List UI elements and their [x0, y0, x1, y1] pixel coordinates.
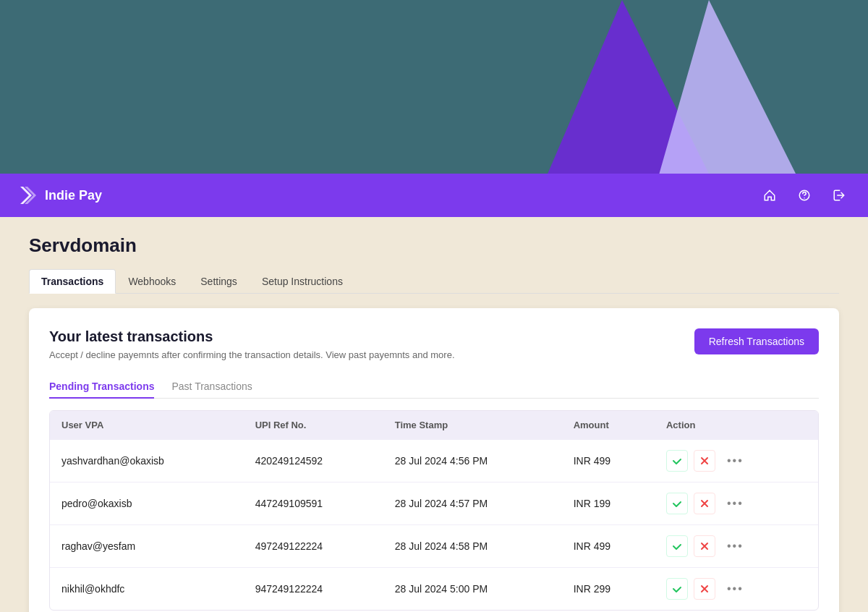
- more-options-button[interactable]: •••: [721, 537, 749, 556]
- card-header-text: Your latest transactions Accept / declin…: [49, 328, 455, 360]
- accept-button[interactable]: [666, 450, 688, 472]
- page-title: Servdomain: [29, 234, 839, 257]
- cell-amount: INR 499: [562, 440, 655, 483]
- cell-user-vpa: nikhil@okhdfc: [50, 568, 244, 611]
- card-title: Your latest transactions: [49, 328, 455, 345]
- tab-webhooks[interactable]: Webhooks: [116, 269, 188, 294]
- table-header: User VPA UPI Ref No. Time Stamp Amount A…: [50, 411, 818, 440]
- check-icon: [672, 584, 682, 594]
- cell-timestamp: 28 Jul 2024 4:57 PM: [383, 483, 562, 525]
- cell-upi-ref: 947249122224: [244, 568, 383, 611]
- inner-tabs: Pending Transactions Past Transactions: [49, 375, 819, 399]
- cell-amount: INR 299: [562, 568, 655, 611]
- col-upi-ref: UPI Ref No.: [244, 411, 383, 440]
- more-options-button[interactable]: •••: [721, 494, 749, 513]
- x-icon: [700, 499, 709, 508]
- cell-user-vpa: pedro@okaxisb: [50, 483, 244, 525]
- check-icon: [672, 456, 682, 466]
- col-timestamp: Time Stamp: [383, 411, 562, 440]
- check-icon: [672, 541, 682, 551]
- cell-timestamp: 28 Jul 2024 5:00 PM: [383, 568, 562, 611]
- table-row: raghav@yesfam 497249122224 28 Jul 2024 4…: [50, 525, 818, 568]
- logout-icon: [833, 189, 846, 202]
- card-subtitle: Accept / decline payemnts after confirmi…: [49, 349, 455, 360]
- cell-action: •••: [655, 483, 818, 525]
- more-options-button[interactable]: •••: [721, 579, 749, 598]
- brand-name: Indie Pay: [45, 188, 102, 203]
- cell-upi-ref: 420249124592: [244, 440, 383, 483]
- tab-setup-instructions[interactable]: Setup Instructions: [250, 269, 355, 294]
- cell-timestamp: 28 Jul 2024 4:56 PM: [383, 440, 562, 483]
- col-amount: Amount: [562, 411, 655, 440]
- reject-button[interactable]: [694, 493, 715, 514]
- transactions-table-wrap: User VPA UPI Ref No. Time Stamp Amount A…: [49, 410, 819, 611]
- home-icon: [763, 189, 776, 202]
- cell-amount: INR 199: [562, 483, 655, 525]
- x-icon: [700, 456, 709, 465]
- accept-button[interactable]: [666, 493, 688, 514]
- table-row: nikhil@okhdfc 947249122224 28 Jul 2024 5…: [50, 568, 818, 611]
- cell-action: •••: [655, 525, 818, 568]
- brand-logo-icon: [17, 185, 38, 205]
- tab-pending-transactions[interactable]: Pending Transactions: [49, 375, 154, 398]
- navbar: Indie Pay: [0, 174, 868, 217]
- logout-button[interactable]: [827, 184, 851, 207]
- table-body: yashvardhan@okaxisb 420249124592 28 Jul …: [50, 440, 818, 611]
- brand: Indie Pay: [17, 185, 758, 205]
- cell-user-vpa: yashvardhan@okaxisb: [50, 440, 244, 483]
- cell-upi-ref: 447249109591: [244, 483, 383, 525]
- tab-past-transactions[interactable]: Past Transactions: [171, 375, 252, 398]
- help-button[interactable]: [793, 184, 816, 207]
- x-icon: [700, 542, 709, 551]
- refresh-transactions-button[interactable]: Refresh Transactions: [694, 328, 819, 354]
- cell-action: •••: [655, 568, 818, 611]
- svg-marker-1: [651, 0, 810, 174]
- page-tabs: Transactions Webhooks Settings Setup Ins…: [29, 268, 839, 294]
- decorative-shapes: [535, 0, 810, 174]
- reject-button[interactable]: [694, 535, 715, 557]
- x-icon: [700, 585, 709, 593]
- reject-button[interactable]: [694, 578, 715, 600]
- accept-button[interactable]: [666, 578, 688, 600]
- cell-upi-ref: 497249122224: [244, 525, 383, 568]
- tab-transactions[interactable]: Transactions: [29, 269, 116, 294]
- home-button[interactable]: [758, 184, 781, 207]
- tab-settings[interactable]: Settings: [188, 269, 250, 294]
- accept-button[interactable]: [666, 535, 688, 557]
- col-user-vpa: User VPA: [50, 411, 244, 440]
- cell-user-vpa: raghav@yesfam: [50, 525, 244, 568]
- cell-amount: INR 499: [562, 525, 655, 568]
- navbar-actions: [758, 184, 851, 207]
- table-row: pedro@okaxisb 447249109591 28 Jul 2024 4…: [50, 483, 818, 525]
- hero-banner: [0, 0, 868, 174]
- col-action: Action: [655, 411, 818, 440]
- help-icon: [798, 189, 811, 202]
- check-icon: [672, 498, 682, 509]
- cell-timestamp: 28 Jul 2024 4:58 PM: [383, 525, 562, 568]
- cell-action: •••: [655, 440, 818, 483]
- svg-point-5: [804, 197, 805, 199]
- table-row: yashvardhan@okaxisb 420249124592 28 Jul …: [50, 440, 818, 483]
- main-content: Servdomain Transactions Webhooks Setting…: [0, 217, 868, 612]
- transactions-card: Your latest transactions Accept / declin…: [29, 308, 839, 612]
- reject-button[interactable]: [694, 450, 715, 472]
- more-options-button[interactable]: •••: [721, 451, 749, 470]
- card-header: Your latest transactions Accept / declin…: [49, 328, 819, 360]
- transactions-table: User VPA UPI Ref No. Time Stamp Amount A…: [50, 411, 818, 610]
